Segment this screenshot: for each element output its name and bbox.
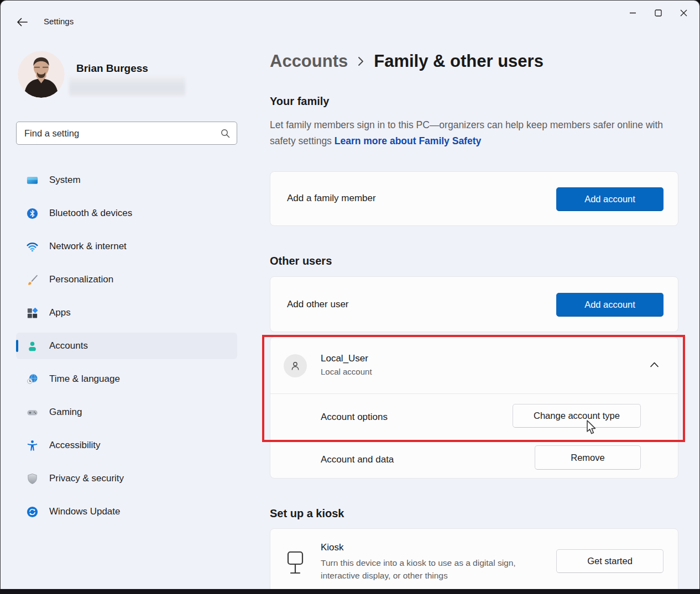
screen-bottom-edge (0, 589, 700, 594)
minimize-icon (629, 9, 636, 17)
sidebar-item-time-language[interactable]: Time & language (16, 366, 237, 392)
settings-window: Settings Bri (1, 1, 699, 590)
minimize-button[interactable] (620, 1, 645, 25)
accounts-icon (25, 339, 39, 353)
network-icon (25, 240, 39, 253)
sidebar-item-label: Windows Update (49, 506, 121, 517)
user-profile-avatar[interactable] (18, 51, 65, 98)
back-button[interactable] (14, 14, 30, 30)
accessibility-icon (25, 439, 39, 452)
get-started-button[interactable]: Get started (556, 549, 664, 573)
window-controls (620, 1, 696, 27)
other-users-heading: Other users (270, 255, 332, 267)
account-options-label: Account options (321, 412, 388, 423)
local-user-name: Local_User (321, 353, 368, 364)
profile-name: Brian Burgess (76, 62, 148, 75)
windows-update-icon (25, 505, 39, 518)
profile-email-redacted (69, 76, 185, 96)
close-button[interactable] (671, 1, 696, 25)
maximize-button[interactable] (645, 1, 671, 25)
family-safety-link[interactable]: Learn more about Family Safety (335, 135, 482, 146)
local-user-account-type: Local account (321, 367, 372, 376)
breadcrumb: Accounts Family & other users (270, 51, 544, 71)
chevron-up-icon[interactable] (650, 361, 659, 368)
your-family-description: Let family members sign in to this PC—or… (270, 117, 682, 149)
add-other-account-button[interactable]: Add account (556, 293, 664, 317)
sidebar-item-label: Apps (49, 307, 71, 318)
kiosk-icon (286, 551, 304, 576)
add-family-account-button[interactable]: Add account (556, 187, 664, 211)
app-title: Settings (44, 17, 74, 26)
sidebar-item-windows-update[interactable]: Windows Update (16, 498, 237, 525)
sidebar-nav: System Bluetooth & devices Network & (16, 167, 237, 532)
search-box (16, 122, 237, 145)
sidebar-item-network-internet[interactable]: Network & internet (16, 233, 237, 260)
search-icon (221, 129, 230, 138)
sidebar-item-label: System (49, 175, 81, 186)
add-family-member-card: Add a family member Add account (270, 171, 678, 226)
sidebar-item-label: Bluetooth & devices (49, 208, 132, 219)
sidebar-item-privacy-security[interactable]: Privacy & security (16, 465, 237, 492)
sidebar-item-system[interactable]: System (16, 167, 237, 193)
sidebar-item-label: Personalization (49, 274, 113, 285)
local-user-card: Local_User Local account Account options… (270, 337, 678, 479)
remove-account-button[interactable]: Remove (535, 445, 641, 470)
sidebar-item-bluetooth-devices[interactable]: Bluetooth & devices (16, 200, 237, 227)
sidebar-item-gaming[interactable]: Gaming (16, 399, 237, 425)
sidebar-item-label: Network & internet (49, 241, 127, 252)
personalization-icon (25, 273, 39, 286)
chevron-right-icon (357, 55, 364, 67)
close-icon (680, 9, 687, 17)
sidebar-item-apps[interactable]: Apps (16, 299, 237, 326)
account-and-data-row: Account and data Remove (270, 441, 678, 479)
gaming-icon (25, 406, 39, 419)
sidebar-item-accessibility[interactable]: Accessibility (16, 432, 237, 459)
search-input[interactable] (17, 122, 237, 144)
kiosk-title: Kiosk (321, 542, 344, 553)
maximize-icon (655, 9, 662, 17)
person-icon (289, 360, 301, 372)
kiosk-card: Kiosk Turn this device into a kiosk to u… (270, 528, 678, 590)
add-other-user-card: Add other user Add account (270, 276, 678, 332)
back-arrow-icon (16, 16, 28, 28)
change-account-type-button[interactable]: Change account type (513, 404, 641, 428)
sidebar-item-label: Gaming (49, 407, 82, 418)
sidebar-item-label: Accessibility (49, 440, 101, 451)
privacy-security-icon (25, 472, 39, 485)
titlebar: Settings (1, 1, 699, 31)
sidebar-item-accounts[interactable]: Accounts (16, 333, 237, 359)
add-family-member-label: Add a family member (287, 193, 376, 204)
system-icon (25, 174, 39, 187)
local-user-avatar (284, 354, 307, 377)
account-options-row: Account options Change account type (270, 394, 678, 441)
sidebar-item-label: Accounts (49, 340, 88, 351)
time-language-icon (25, 372, 39, 386)
kiosk-heading: Set up a kiosk (270, 507, 344, 520)
page-title: Family & other users (374, 51, 544, 71)
kiosk-description: Turn this device into a kiosk to use as … (321, 556, 536, 582)
account-and-data-label: Account and data (321, 454, 394, 465)
sidebar-item-personalization[interactable]: Personalization (16, 266, 237, 293)
sidebar-item-label: Privacy & security (49, 473, 124, 484)
sidebar-item-label: Time & language (49, 374, 120, 385)
breadcrumb-accounts[interactable]: Accounts (270, 51, 348, 71)
apps-icon (25, 306, 39, 319)
add-other-user-label: Add other user (287, 299, 349, 310)
your-family-heading: Your family (270, 95, 329, 108)
local-user-header-row[interactable]: Local_User Local account (270, 337, 678, 393)
bluetooth-icon (25, 207, 39, 220)
